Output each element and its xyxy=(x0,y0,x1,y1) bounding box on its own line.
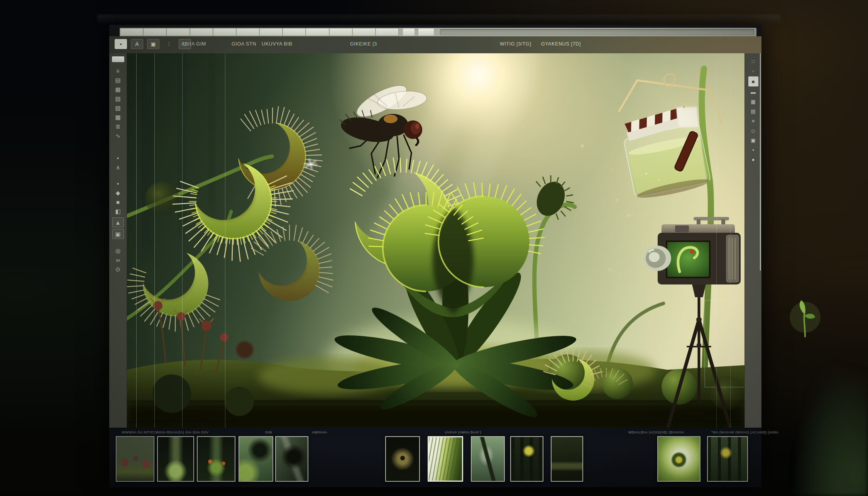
panel-grid-icon[interactable]: ▦ xyxy=(748,97,758,106)
dot-tool-icon[interactable]: • xyxy=(113,153,124,163)
menu-bar: ▪ A ▣ ∶ □ AIVIA GIM GIOA STN UKUVYA BIB … xyxy=(109,36,761,53)
image-canvas[interactable] xyxy=(127,53,744,428)
thumbnail-caption: (WIIIIA BSAIAZA) GIA GIIA GIIV xyxy=(154,430,209,434)
thumb-blurred-traps[interactable] xyxy=(116,436,154,482)
panel-active-icon[interactable]: ■ xyxy=(748,76,758,86)
titlebar-segment xyxy=(306,29,328,36)
app-window: ▪ A ▣ ∶ □ AIVIA GIM GIOA STN UKUVYA BIB … xyxy=(109,25,761,487)
tool-sidebar: ≡ ▤ ▦ ▧ ▨ ▩ ≣ ∿ • ∧ ▪ ◆ ■ ◧ ▲ ▣ ◎ ∞ ⊙ xyxy=(109,53,127,428)
flytrap-scene xyxy=(127,53,744,428)
titlebar-segment xyxy=(190,29,213,36)
titlebar-segment xyxy=(330,29,352,36)
active-tool-button[interactable] xyxy=(112,56,124,62)
flytrap-head-low-mid xyxy=(251,225,333,301)
wave-tool-icon[interactable]: ∿ xyxy=(113,131,124,140)
panel-circle-icon[interactable]: ● xyxy=(748,155,758,164)
panel-frame-icon[interactable]: ▣ xyxy=(748,136,758,144)
thumbnail-caption: "WA (MAIIAW (MII/AII) (ACAIIIG) (AIIIIA xyxy=(711,430,778,434)
titlebar-segment xyxy=(120,29,143,36)
thumb-bright-trap-macro[interactable] xyxy=(428,436,463,482)
closed-bud xyxy=(531,176,573,220)
bezel-foliage-shadow xyxy=(791,357,868,496)
guide-line xyxy=(182,53,183,428)
panel-list-icon[interactable]: ∷ xyxy=(748,57,758,66)
bezel-sprout xyxy=(787,298,824,340)
titlebar-segment xyxy=(353,29,375,36)
titlebar-segments xyxy=(120,28,399,36)
guide-line xyxy=(716,53,717,428)
thumb-mossy-ground[interactable] xyxy=(551,436,583,482)
dark-pod xyxy=(225,387,254,416)
titlebar-segment xyxy=(213,29,236,36)
thumb-dragonfly[interactable] xyxy=(471,436,505,482)
thumbnail-caption: WWWIIA GA NITIO xyxy=(122,430,154,434)
thumb-open-trap[interactable] xyxy=(657,436,700,482)
panel-shade-icon[interactable]: ▤ xyxy=(748,107,758,115)
thumbnail-caption: AWIIIAIA xyxy=(312,430,327,434)
file-icon[interactable]: A xyxy=(131,39,143,49)
hatch-tool-icon[interactable]: ▧ xyxy=(113,94,124,103)
fill-tool-icon[interactable]: ■ xyxy=(113,197,124,207)
square-tool-icon[interactable]: ▪ xyxy=(113,179,124,188)
dense-tool-icon[interactable]: ▩ xyxy=(113,112,124,122)
thumb-insect-macro[interactable] xyxy=(239,436,273,482)
half-tool-icon[interactable]: ◧ xyxy=(113,207,124,216)
titlebar-button[interactable] xyxy=(403,29,415,36)
dots-icon[interactable]: ∶ xyxy=(163,39,175,49)
diamond-tool-icon[interactable]: ◆ xyxy=(113,188,124,197)
panel-square-icon[interactable]: ▪ xyxy=(748,146,758,154)
monitor-photo: { "colors":{ "titlebar_bg":"#a9ad9f","me… xyxy=(0,0,868,496)
camera-body xyxy=(643,217,741,284)
filmstrip: WWWIIA GA NITIO (WIIIIA BSAIAZA) GIA GII… xyxy=(109,428,761,487)
app-logo-icon[interactable]: ▪ xyxy=(115,39,127,49)
thumb-forest-orange-flowers[interactable] xyxy=(197,436,235,482)
panel-diamond-icon[interactable]: ◇ xyxy=(748,126,758,135)
central-flytrap xyxy=(332,158,627,424)
thumb-stems-yellow[interactable] xyxy=(510,436,543,482)
dark-pod xyxy=(152,374,191,413)
titlebar-address-field[interactable] xyxy=(440,29,754,35)
menu-item[interactable]: UKUVYA BIB xyxy=(262,41,292,47)
thumbnail-caption: MBIIALBIIA (ACIGI(IIB) (BIIAVIIA xyxy=(628,430,684,434)
grid-tool-icon[interactable]: ▦ xyxy=(113,85,124,94)
title-bar xyxy=(120,28,756,36)
panel-dot-icon[interactable]: ▫ xyxy=(748,67,758,75)
guide-line xyxy=(154,53,155,428)
menu-item[interactable]: AIVIA GIM xyxy=(181,41,206,47)
lines-tool-icon[interactable]: ≣ xyxy=(113,122,124,131)
titlebar-segment xyxy=(260,29,282,36)
panel-bar-icon[interactable]: ▬ xyxy=(748,88,758,96)
shade-tool-icon[interactable]: ▤ xyxy=(113,75,124,85)
chevron-tool-icon[interactable]: ∧ xyxy=(113,163,124,172)
titlebar-button[interactable] xyxy=(418,29,434,36)
mountain-tool-icon[interactable]: ▲ xyxy=(112,217,124,227)
menu-item[interactable]: GIOA STN xyxy=(232,41,256,47)
guide-line xyxy=(127,422,744,422)
frame-tool-icon[interactable]: ▣ xyxy=(112,229,124,239)
titlebar-segment xyxy=(144,29,166,36)
orbit-tool-icon[interactable]: ⊙ xyxy=(113,264,124,274)
monitor-inner-edge xyxy=(97,15,780,24)
left-flytraps xyxy=(127,107,333,332)
side-panel: ∷ ▫ ■ ▬ ▦ ▤ ≡ ◇ ▣ ▪ ● xyxy=(744,53,761,428)
menu-item[interactable]: GYAKENUS [7D] xyxy=(541,41,581,47)
thumbnail-caption: GIIk xyxy=(265,430,272,434)
loop-tool-icon[interactable]: ∞ xyxy=(113,255,124,264)
thumb-forest-yellow-blur[interactable] xyxy=(707,436,748,482)
menu-item[interactable]: WITIG [3/TG] xyxy=(500,41,531,47)
hatch2-tool-icon[interactable]: ▨ xyxy=(113,103,124,112)
thumb-forest-beam[interactable] xyxy=(157,436,194,482)
panel-rows-icon[interactable]: ≡ xyxy=(748,117,758,125)
ring-tool-icon[interactable]: ◎ xyxy=(113,246,124,255)
panels-icon[interactable]: ▣ xyxy=(147,39,159,49)
thumb-glowing-trap[interactable] xyxy=(385,436,420,482)
rows-tool-icon[interactable]: ≡ xyxy=(113,66,124,75)
guide-line xyxy=(225,53,225,428)
thumbnail-caption: (AII/AII (AWIIA BAII/ | xyxy=(445,430,481,434)
titlebar-segment xyxy=(376,29,398,36)
menu-item[interactable]: GIKEIKE [3 xyxy=(350,41,377,47)
titlebar-segment xyxy=(237,29,259,36)
guide-line xyxy=(136,53,137,428)
guide-line xyxy=(730,53,731,428)
thumb-dark-fly[interactable] xyxy=(275,436,308,482)
